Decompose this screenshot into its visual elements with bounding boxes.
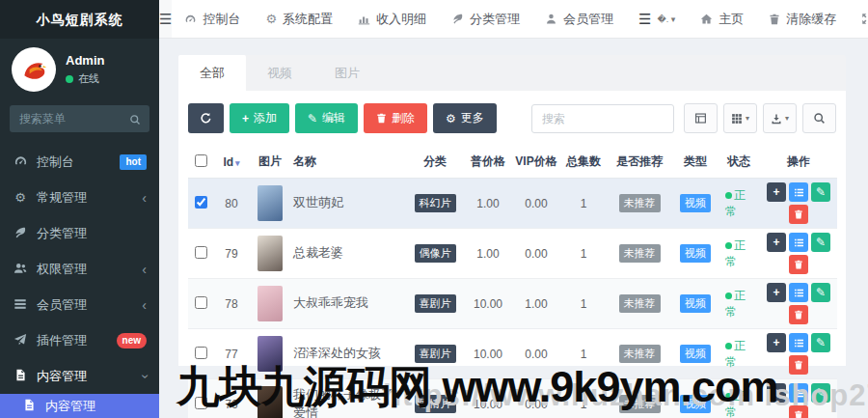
header-episodes: 总集数 xyxy=(561,146,606,179)
select-all-checkbox[interactable] xyxy=(195,154,207,167)
drama-thumbnail[interactable] xyxy=(258,185,283,221)
status-label[interactable]: 正常 xyxy=(725,388,752,418)
row-checkbox[interactable] xyxy=(195,246,207,259)
episodes-list-button[interactable] xyxy=(789,182,808,202)
tab-all[interactable]: 全部 xyxy=(178,55,246,91)
row-checkbox[interactable] xyxy=(195,196,207,209)
episodes-list-button[interactable] xyxy=(789,283,808,302)
sidebar-item-content[interactable]: 内容管理 ‹ xyxy=(0,358,159,394)
nav-item-income[interactable]: 收入明细 xyxy=(345,0,439,38)
recommend-badge[interactable]: 未推荐 xyxy=(619,345,661,363)
drama-thumbnail[interactable] xyxy=(258,286,283,321)
sidebar-item-category[interactable]: 分类管理 xyxy=(0,215,159,251)
refresh-button[interactable] xyxy=(188,103,224,133)
row-action-buttons: + ✎ xyxy=(763,182,834,224)
drama-thumbnail[interactable] xyxy=(258,336,283,372)
expand-button[interactable]: + xyxy=(767,383,786,403)
nav-item-clear-cache[interactable]: 清除缓存 xyxy=(756,0,849,38)
sidebar-item-general[interactable]: ⚙ 常规管理 ‹ xyxy=(0,180,159,215)
delete-row-button[interactable] xyxy=(789,205,808,224)
export-dropdown-button[interactable]: ▾ xyxy=(763,103,797,133)
recommend-badge[interactable]: 未推荐 xyxy=(619,294,661,313)
nav-item-home[interactable]: 主页 xyxy=(688,0,756,38)
episodes-list-button[interactable] xyxy=(789,233,808,252)
edit-button[interactable]: ✎ 编辑 xyxy=(295,103,358,133)
expand-button[interactable]: + xyxy=(767,283,786,302)
user-avatar xyxy=(12,47,56,92)
row-image-cell xyxy=(249,179,291,229)
sidebar-item-dashboard[interactable]: 控制台 hot xyxy=(0,144,159,180)
delete-button[interactable]: 删除 xyxy=(364,103,427,133)
delete-row-button[interactable] xyxy=(789,305,808,324)
nav-item-dashboard[interactable]: 控制台 xyxy=(172,0,253,38)
search-button[interactable] xyxy=(802,103,836,133)
table-row[interactable]: 77 沼泽深处的女孩 喜剧片 10.00 0.00 1 未推荐 视频 正常 + … xyxy=(188,329,837,379)
status-label[interactable]: 正常 xyxy=(725,237,752,270)
data-table: Id▾ 图片 名称 分类 普价格 VIP价格 总集数 是否推荐 类型 状态 操作 xyxy=(188,146,837,418)
row-checkbox[interactable] xyxy=(195,397,207,409)
new-badge: new xyxy=(117,333,147,348)
table-row[interactable]: 76 我们的样子像极了爱情 剧情片 10.00 0.00 1 未推荐 视频 正常… xyxy=(188,379,837,418)
sidebar-item-plugin[interactable]: 插件管理 new xyxy=(0,322,159,358)
row-checkbox[interactable] xyxy=(195,296,207,309)
delete-row-button[interactable] xyxy=(789,255,808,274)
edit-row-button[interactable]: ✎ xyxy=(811,333,830,352)
tab-bar: 全部 视频 图片 xyxy=(178,55,846,91)
online-dot-icon xyxy=(66,75,73,83)
header-id[interactable]: Id▾ xyxy=(214,146,249,179)
delete-row-button[interactable] xyxy=(789,405,808,418)
edit-row-button[interactable]: ✎ xyxy=(811,283,830,302)
expand-button[interactable]: + xyxy=(767,182,786,202)
nav-item-category[interactable]: 分类管理 xyxy=(439,0,532,38)
row-vip-price: 0.00 xyxy=(511,229,561,279)
recommend-badge[interactable]: 未推荐 xyxy=(619,244,661,263)
table-row[interactable]: 78 大叔乖乖宠我 喜剧片 10.00 1.00 1 未推荐 视频 正常 + ✎ xyxy=(188,279,837,329)
table-row[interactable]: 79 总裁老婆 偶像片 1.00 0.00 1 未推荐 视频 正常 + ✎ xyxy=(188,229,837,279)
sidebar-subitem-content-active[interactable]: 内容管理 xyxy=(0,394,159,418)
tab-video[interactable]: 视频 xyxy=(246,55,313,91)
drama-thumbnail[interactable] xyxy=(258,236,283,271)
fullscreen-button[interactable] xyxy=(849,0,868,38)
detail-view-button[interactable] xyxy=(684,103,718,133)
edit-row-button[interactable]: ✎ xyxy=(811,383,830,403)
bird-logo-icon xyxy=(14,49,54,90)
header-type: 类型 xyxy=(673,146,718,179)
episodes-list-button[interactable] xyxy=(789,383,808,403)
nav-menu-dropdown[interactable]: ☰ �. ▾ xyxy=(626,0,688,38)
row-id: 78 xyxy=(214,279,249,329)
status-dot-icon xyxy=(725,343,732,349)
category-badge: 剧情片 xyxy=(415,395,456,413)
sidebar-toggle-button[interactable]: ☰ xyxy=(159,0,172,38)
status-label[interactable]: 正常 xyxy=(725,187,752,220)
refresh-icon xyxy=(200,112,212,125)
category-badge: 喜剧片 xyxy=(415,345,456,363)
delete-row-button[interactable] xyxy=(789,355,808,375)
table-search-input[interactable] xyxy=(531,104,674,133)
status-label[interactable]: 正常 xyxy=(725,338,752,371)
edit-row-button[interactable]: ✎ xyxy=(811,233,830,252)
tab-image[interactable]: 图片 xyxy=(313,55,381,91)
row-category-cell: 偶像片 xyxy=(405,229,465,279)
drama-thumbnail[interactable] xyxy=(258,386,283,418)
add-button[interactable]: + 添加 xyxy=(230,103,289,133)
sidebar-item-permission[interactable]: 权限管理 ‹ xyxy=(0,251,159,287)
nav-item-member[interactable]: 会员管理 xyxy=(532,0,626,38)
bar-chart-icon xyxy=(358,13,370,25)
edit-row-button[interactable]: ✎ xyxy=(811,182,830,202)
table-row[interactable]: 80 双世萌妃 科幻片 1.00 0.00 1 未推荐 视频 正常 + ✎ xyxy=(188,179,837,229)
recommend-badge[interactable]: 未推荐 xyxy=(619,395,661,413)
row-checkbox[interactable] xyxy=(195,347,207,359)
nav-item-settings[interactable]: ⚙ 系统配置 xyxy=(253,0,345,38)
user-status: 在线 xyxy=(66,71,104,86)
expand-button[interactable]: + xyxy=(767,233,786,252)
recommend-badge[interactable]: 未推荐 xyxy=(619,194,661,212)
status-dot-icon xyxy=(725,192,732,199)
expand-button[interactable]: + xyxy=(767,333,786,352)
sidebar-item-member[interactable]: 会员管理 ‹ xyxy=(0,287,159,322)
status-label[interactable]: 正常 xyxy=(725,288,752,320)
caret-down-icon: ▾ xyxy=(785,114,789,123)
columns-dropdown-button[interactable]: ▾ xyxy=(723,103,757,133)
sidebar: 小鸟短剧系统 Admin 在线 控制台 hot xyxy=(0,0,159,418)
more-button[interactable]: ⚙ 更多 xyxy=(433,103,497,133)
episodes-list-button[interactable] xyxy=(789,333,808,352)
